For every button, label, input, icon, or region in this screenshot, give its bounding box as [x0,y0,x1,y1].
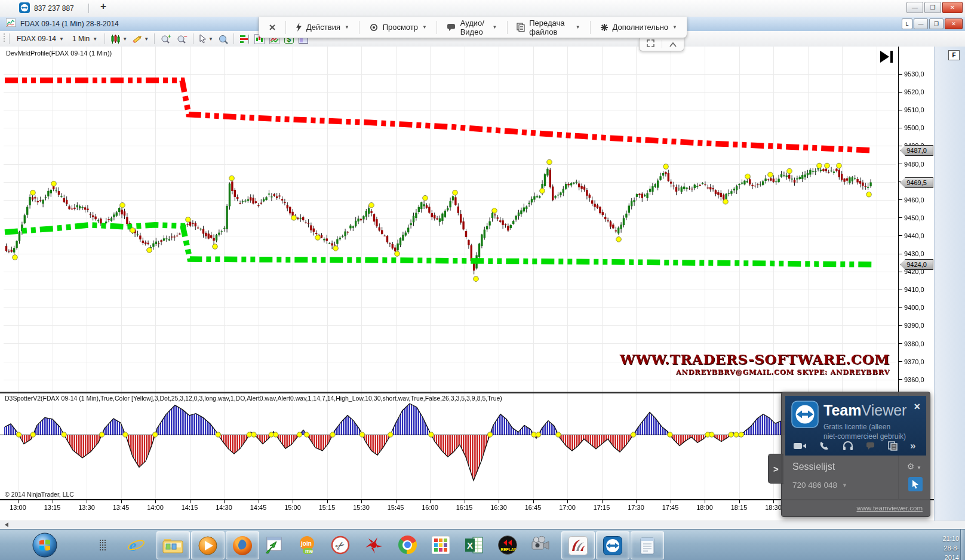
time-tick [739,500,740,503]
menu-label: Аудио/Видео [460,19,488,36]
taskbar-item-teamviewer[interactable] [596,531,629,559]
main-chart-canvas[interactable] [0,47,898,392]
new-tab-button[interactable]: + [97,1,110,13]
instrument-selector[interactable]: FDAX 09-14▼ [13,33,68,45]
tv-panel-close-button[interactable]: × [914,401,920,413]
menu-chat[interactable]: Аудио/Видео▼ [437,17,507,38]
teamviewer-toolbar: × Действия▼Просмотр▼Аудио/Видео▼Передача… [259,17,687,38]
zoom-in-button[interactable]: + [158,33,174,45]
chart-style-candles-button[interactable]: ▼ [108,33,130,45]
taskbar-item-camera-recorder[interactable] [528,531,554,558]
price-tick [899,110,902,110]
gear-icon[interactable]: ⚙ ▼ [907,461,921,471]
partner-id[interactable]: 720 486 048▼ [792,481,847,490]
session-tab[interactable]: 837 237 887 [13,1,80,16]
price-tick-label: 9450,0 [904,214,924,221]
teamviewer-website-link[interactable]: www.teamviewer.com [856,504,923,512]
time-tick [87,500,87,503]
taskbar-item-replay[interactable]: REPLAY [494,531,521,558]
menu-lightning[interactable]: Действия▼ [286,17,359,38]
taskbar-item-ninjatrader[interactable] [561,531,595,559]
tv-panel-collapse-tab[interactable]: > [768,454,783,484]
language-button[interactable]: L [902,19,912,29]
taskbar-item-notepad[interactable] [631,531,664,559]
window-close-button[interactable]: ✕ [942,2,963,13]
taskbar-item-excel[interactable]: X [461,531,487,558]
time-tick-label: 18:00 [696,504,713,511]
price-tick-label: 9510,0 [904,106,924,113]
fullscreen-icon[interactable] [647,39,654,50]
ninjatrader-icon [568,536,588,555]
time-tick [18,500,19,503]
menu-files[interactable]: Передача файлов▼ [507,17,590,38]
teamviewer-session-panel: TeamViewer Gratis licentie (alleen niet-… [781,392,930,517]
notepad-icon [638,536,656,555]
scroll-left-icon[interactable] [5,522,8,527]
horizontal-scroll-strip[interactable] [0,521,965,530]
taskbar-item-windows-explorer[interactable] [156,531,190,559]
taskbar-clock[interactable]: 21:10 28-8-2014 [942,534,959,560]
interval-selector[interactable]: 1 Min▼ [68,33,102,45]
taskbar-item-import-window[interactable] [260,531,287,558]
time-tick [499,500,499,503]
zoom-out-button[interactable]: − [174,33,190,45]
session-list-label: Sessielijst [792,461,835,472]
time-tick-label: 15:30 [353,504,370,511]
indicator-canvas[interactable] [0,393,898,499]
chat-icon [447,23,456,32]
taskbar-item-red-app[interactable] [361,531,387,558]
start-button[interactable] [29,531,61,558]
time-tick [224,500,225,503]
headset-icon[interactable] [843,441,853,451]
taskbar-item-dots-grid[interactable] [90,531,116,558]
instrument-label: FDAX 09-14 [17,35,56,43]
cursor-button[interactable]: ▼ [196,33,216,45]
time-tick-label: 14:30 [216,504,232,511]
taskbar-item-media-player[interactable] [191,531,225,559]
taskbar-item-app-grid[interactable] [428,531,454,558]
time-tick-label: 14:00 [147,504,164,511]
phone-icon[interactable] [819,441,830,451]
window-minimize-button[interactable]: — [906,2,923,13]
time-tick [636,500,637,503]
taskbar-item-internet-explorer[interactable]: e [123,531,149,558]
toolbar-grip[interactable] [2,33,6,45]
chevron-down-icon: ▼ [493,24,497,30]
price-tick-label: 9370,0 [904,358,924,365]
svg-text:+: + [168,34,171,39]
chat-icon[interactable] [866,442,875,450]
draw-pencil-button[interactable]: ▼ [130,33,151,45]
market-depth-button[interactable] [237,33,252,45]
time-tick-label: 15:00 [284,504,301,511]
go-to-last-bar-icon[interactable] [880,50,894,66]
menu-sparkle[interactable]: Дополнительно▼ [591,17,687,38]
tv-toolbar-close-button[interactable]: × [259,21,285,34]
file-transfer-icon[interactable] [888,441,898,451]
menu-eye[interactable]: Просмотр▼ [359,17,437,38]
fix-scale-button[interactable]: F [948,50,960,60]
taskbar-item-chrome[interactable] [394,531,420,558]
video-camera-icon[interactable] [794,442,807,450]
time-tick [533,500,534,503]
remote-pointer-button[interactable] [908,477,923,491]
magnifier-button[interactable] [216,33,231,45]
chevron-down-icon: ▼ [576,24,580,30]
show-desktop-button[interactable] [960,530,965,560]
copyright-label: © 2014 NinjaTrader, LLC [5,491,74,498]
window-maximize-button[interactable]: ❐ [924,2,941,13]
nt-minimize-button[interactable]: — [914,19,928,29]
camera-recorder-icon [530,536,552,554]
time-tick [430,500,431,503]
toolbar-separator [9,33,10,44]
more-icon[interactable]: » [910,440,915,452]
time-tick [773,500,774,503]
taskbar-item-join-me[interactable]: joinme [294,531,320,558]
price-tick [899,235,902,236]
taskbar-item-snipping-tool[interactable]: ✂ [327,531,354,558]
collapse-toolbar-icon[interactable] [669,39,677,50]
window-right-strip [934,47,965,521]
taskbar-item-firefox[interactable] [226,531,259,559]
nt-restore-button[interactable]: ❐ [929,19,944,29]
toolbar-separator [105,33,105,44]
nt-close-button[interactable]: ✕ [945,19,963,29]
